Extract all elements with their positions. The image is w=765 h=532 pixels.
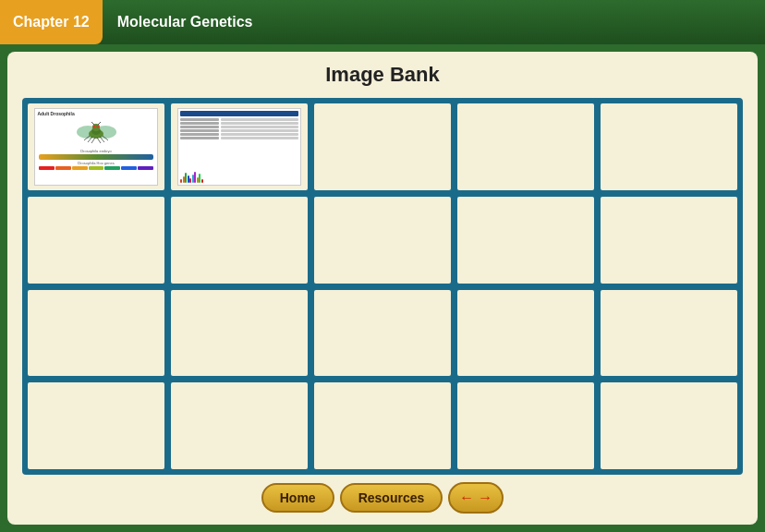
grid-container: Adult Drosophila [22, 98, 743, 475]
grid-cell-9[interactable] [601, 197, 737, 284]
grid-cell-15[interactable] [28, 382, 164, 469]
fly-label-2: Drosophila Hox genes [37, 161, 154, 165]
chapter-tab: Chapter 12 [0, 0, 103, 44]
svg-point-5 [92, 125, 95, 127]
fly-label-1: Drosophila embryo [37, 149, 154, 153]
header: Chapter 12 Molecular Genetics [0, 0, 765, 44]
grid-cell-4[interactable] [601, 103, 737, 190]
image-grid: Adult Drosophila [22, 98, 743, 475]
chart-body [180, 118, 298, 168]
page-title: Image Bank [325, 63, 440, 87]
thumb-fly-title: Adult Drosophila [37, 111, 154, 116]
svg-point-6 [96, 125, 99, 127]
back-arrow[interactable]: ← [459, 490, 474, 506]
grid-cell-11[interactable] [171, 290, 308, 377]
nav-arrows[interactable]: ← → [448, 482, 504, 514]
chart-labels [180, 118, 219, 168]
grid-cell-3[interactable] [457, 103, 594, 190]
forward-arrow[interactable]: → [478, 490, 492, 506]
grid-cell-18[interactable] [457, 382, 594, 469]
header-title: Molecular Genetics [117, 14, 253, 30]
grid-cell-10[interactable] [28, 290, 164, 377]
grid-cell-6[interactable] [171, 197, 308, 284]
hox-bars [39, 166, 152, 170]
fly-illustration [37, 119, 154, 147]
thumbnail-fly: Adult Drosophila [34, 108, 157, 186]
main-content: Image Bank Adult Drosophila [7, 52, 758, 525]
resources-button[interactable]: Resources [340, 483, 443, 513]
grid-cell-14[interactable] [601, 290, 737, 377]
grid-cell-1[interactable] [171, 103, 308, 190]
chart-values [221, 118, 298, 168]
grid-cell-13[interactable] [457, 290, 594, 377]
svg-line-8 [98, 122, 101, 125]
thumbnail-chart [177, 108, 300, 186]
chart-header [180, 111, 298, 116]
chapter-label: Chapter 12 [13, 14, 90, 30]
dna-wave [180, 170, 298, 183]
grid-cell-16[interactable] [171, 382, 308, 469]
grid-cell-12[interactable] [314, 290, 451, 377]
bottom-nav: Home Resources ← → [22, 475, 743, 517]
grid-cell-0[interactable]: Adult Drosophila [28, 103, 164, 190]
embryo-bar [39, 154, 152, 160]
grid-cell-5[interactable] [28, 197, 164, 284]
home-button[interactable]: Home [261, 483, 334, 513]
svg-line-14 [97, 138, 101, 143]
grid-cell-7[interactable] [314, 197, 451, 284]
grid-cell-2[interactable] [314, 103, 451, 190]
grid-cell-17[interactable] [314, 382, 451, 469]
grid-cell-8[interactable] [457, 197, 594, 284]
grid-cell-19[interactable] [601, 382, 737, 469]
svg-line-11 [91, 138, 95, 143]
svg-line-7 [91, 122, 94, 125]
